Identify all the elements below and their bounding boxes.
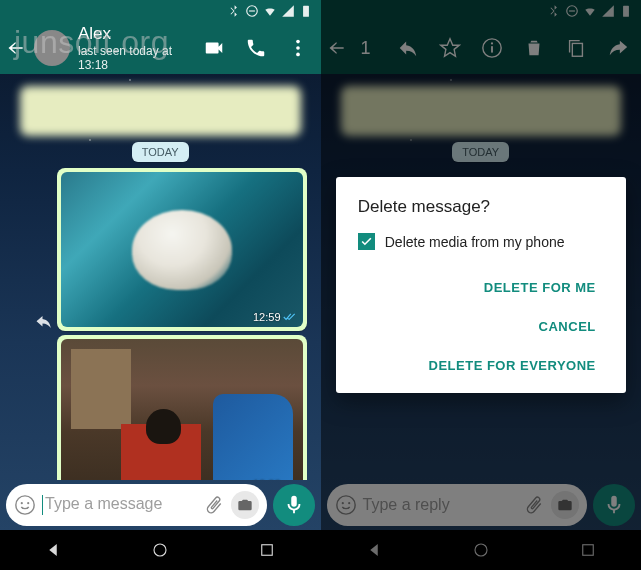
blurred-message xyxy=(20,86,301,136)
dialog-title: Delete message? xyxy=(358,197,604,217)
nav-recent-icon[interactable] xyxy=(258,541,276,559)
message-bubble[interactable]: 12:59 xyxy=(57,168,307,331)
input-placeholder: Type a message xyxy=(42,495,197,515)
chat-area: TODAY 12:59 xyxy=(0,74,321,480)
attach-icon[interactable] xyxy=(203,494,225,516)
date-separator: TODAY xyxy=(132,142,189,162)
svg-point-3 xyxy=(296,40,300,44)
delete-dialog: Delete message? Delete media from my pho… xyxy=(336,177,626,393)
mic-button[interactable] xyxy=(273,484,315,526)
chat-header: Alex last seen today at 13:18 xyxy=(0,22,321,74)
dialog-actions: DELETE FOR ME CANCEL DELETE FOR EVERYONE xyxy=(358,270,604,383)
voice-call-icon[interactable] xyxy=(239,31,273,65)
read-receipt-icon xyxy=(283,312,297,322)
svg-rect-2 xyxy=(303,6,309,17)
checkbox-label: Delete media from my phone xyxy=(385,234,565,250)
more-icon[interactable] xyxy=(281,31,315,65)
contact-name: Alex xyxy=(78,24,189,44)
bluetooth-icon xyxy=(227,4,241,18)
svg-point-7 xyxy=(21,502,23,504)
svg-point-4 xyxy=(296,46,300,50)
cancel-button[interactable]: CANCEL xyxy=(531,309,604,344)
message-bubble[interactable]: 13:23 xyxy=(57,335,307,480)
delete-for-me-button[interactable]: DELETE FOR ME xyxy=(476,270,604,305)
mic-icon xyxy=(283,494,305,516)
battery-icon xyxy=(299,4,313,18)
image-attachment[interactable]: 13:23 xyxy=(61,339,303,480)
svg-point-6 xyxy=(16,496,34,514)
dnd-icon xyxy=(245,4,259,18)
delete-media-checkbox[interactable]: Delete media from my phone xyxy=(358,233,604,250)
contact-avatar[interactable] xyxy=(34,30,70,66)
message-timestamp: 12:59 xyxy=(253,311,297,323)
signal-icon xyxy=(281,4,295,18)
phone-left: Alex last seen today at 13:18 TODAY 12:5… xyxy=(0,0,321,570)
phone-right: 1 TODAY Delete message? Delete media fro… xyxy=(321,0,642,570)
checkbox-icon xyxy=(358,233,375,250)
contact-info[interactable]: Alex last seen today at 13:18 xyxy=(78,24,189,72)
svg-point-9 xyxy=(154,544,166,556)
status-bar xyxy=(0,0,321,22)
forward-icon[interactable] xyxy=(35,313,53,331)
back-icon[interactable] xyxy=(6,38,26,58)
image-content xyxy=(146,409,181,444)
message-row: 13:23 xyxy=(14,335,307,480)
wifi-icon xyxy=(263,4,277,18)
emoji-icon[interactable] xyxy=(14,494,36,516)
image-content xyxy=(213,394,293,480)
video-call-icon[interactable] xyxy=(197,31,231,65)
svg-rect-1 xyxy=(249,10,255,11)
message-row: 12:59 xyxy=(14,168,307,331)
image-content xyxy=(132,210,232,290)
image-content xyxy=(71,349,131,429)
camera-button[interactable] xyxy=(231,491,259,519)
nav-back-icon[interactable] xyxy=(44,541,62,559)
svg-point-8 xyxy=(27,502,29,504)
svg-rect-10 xyxy=(262,545,273,556)
input-bar: Type a message xyxy=(0,480,321,530)
camera-icon xyxy=(237,497,253,513)
message-input[interactable]: Type a message xyxy=(6,484,267,526)
svg-point-5 xyxy=(296,53,300,57)
nav-home-icon[interactable] xyxy=(151,541,169,559)
delete-for-everyone-button[interactable]: DELETE FOR EVERYONE xyxy=(421,348,604,383)
last-seen: last seen today at 13:18 xyxy=(78,44,189,72)
image-attachment[interactable]: 12:59 xyxy=(61,172,303,327)
